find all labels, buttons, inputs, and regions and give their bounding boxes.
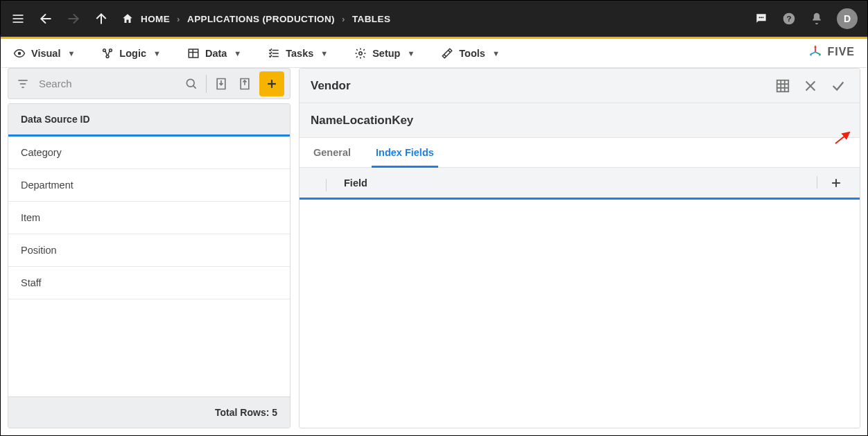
menu-tools[interactable]: Tools▼: [441, 47, 499, 60]
help-icon[interactable]: ?: [781, 11, 797, 26]
breadcrumb-applications[interactable]: APPLICATIONS (PRODUCTION): [187, 14, 335, 24]
menu-label: Logic: [119, 48, 146, 59]
export-icon[interactable]: [236, 75, 254, 93]
panel-header-key: NameLocationKey: [300, 103, 860, 138]
list-item[interactable]: Position: [8, 234, 290, 267]
svg-point-13: [110, 49, 112, 51]
svg-rect-34: [777, 80, 789, 91]
list-body: Category Department Item Position Staff: [8, 137, 290, 396]
svg-point-7: [761, 17, 762, 18]
panel-title: Vendor: [311, 79, 765, 93]
svg-point-8: [763, 17, 764, 18]
svg-marker-22: [815, 45, 817, 48]
tab-index-fields[interactable]: Index Fields: [373, 138, 437, 167]
search-input[interactable]: [37, 77, 177, 90]
menu-logic[interactable]: Logic▼: [101, 47, 161, 60]
menu-tasks[interactable]: Tasks▼: [268, 47, 328, 60]
caret-down-icon: ▼: [320, 49, 328, 58]
column-field-label: Field: [313, 177, 826, 189]
app-topbar: HOME › APPLICATIONS (PRODUCTION) › TABLE…: [1, 1, 867, 37]
back-icon[interactable]: [38, 11, 53, 26]
breadcrumb-home[interactable]: HOME: [141, 14, 170, 24]
svg-point-11: [18, 51, 21, 55]
menu-bar: Visual▼ Logic▼ Data▼ Tasks▼ Setup▼ Tools…: [1, 39, 867, 68]
list-item[interactable]: Department: [8, 169, 290, 202]
tab-general[interactable]: General: [311, 138, 354, 167]
svg-point-12: [103, 49, 106, 51]
bell-icon[interactable]: [809, 11, 824, 26]
svg-text:?: ?: [786, 14, 791, 23]
svg-line-29: [193, 85, 196, 88]
menu-label: Visual: [31, 48, 60, 59]
caret-down-icon: ▼: [492, 49, 500, 58]
svg-marker-23: [819, 53, 822, 56]
brand-logo: FIVE: [808, 44, 855, 60]
add-button[interactable]: [259, 71, 284, 96]
field-header: Field: [300, 168, 860, 200]
caret-down-icon: ▼: [234, 49, 241, 58]
menu-label: Setup: [372, 48, 400, 59]
menu-label: Data: [205, 48, 227, 59]
tab-bar: General Index Fields: [300, 138, 860, 168]
list-item[interactable]: Staff: [8, 267, 290, 299]
menu-label: Tools: [459, 48, 485, 59]
menu-data[interactable]: Data▼: [187, 47, 241, 60]
caret-down-icon: ▼: [67, 49, 75, 58]
panel-header-vendor: Vendor: [300, 69, 860, 103]
breadcrumb: HOME › APPLICATIONS (PRODUCTION) › TABLE…: [121, 12, 390, 25]
menu-setup[interactable]: Setup▼: [354, 47, 415, 60]
brand-text: FIVE: [827, 46, 855, 58]
list-item[interactable]: Item: [8, 202, 290, 234]
breadcrumb-tables[interactable]: TABLES: [352, 14, 390, 24]
detail-panel: Vendor NameLocationKey: [299, 68, 860, 428]
search-bar: [8, 68, 290, 99]
import-icon[interactable]: [212, 75, 230, 93]
data-source-list: Data Source ID Category Department Item …: [8, 103, 290, 428]
field-list-empty: [300, 200, 860, 428]
svg-marker-24: [810, 53, 812, 56]
divider: [206, 75, 207, 93]
avatar[interactable]: D: [837, 8, 858, 29]
panel-subtitle: NameLocationKey: [311, 114, 849, 128]
forward-icon: [66, 11, 81, 26]
svg-point-21: [359, 51, 363, 55]
svg-point-14: [106, 55, 109, 58]
caret-down-icon: ▼: [407, 49, 415, 58]
list-header[interactable]: Data Source ID: [8, 104, 290, 137]
svg-point-28: [186, 79, 194, 87]
confirm-icon[interactable]: [828, 76, 849, 96]
list-item[interactable]: Category: [8, 137, 290, 169]
grid-icon[interactable]: [772, 76, 793, 96]
search-icon[interactable]: [182, 75, 200, 93]
filter-icon[interactable]: [14, 75, 32, 93]
chat-icon[interactable]: [754, 11, 769, 26]
chevron-right-icon: ›: [342, 14, 345, 24]
home-icon[interactable]: [121, 12, 134, 25]
caret-down-icon: ▼: [153, 49, 161, 58]
add-field-button[interactable]: [826, 173, 846, 193]
svg-point-6: [759, 17, 761, 18]
menu-icon[interactable]: [10, 11, 26, 26]
chevron-right-icon: ›: [177, 14, 180, 24]
menu-visual[interactable]: Visual▼: [13, 47, 75, 60]
menu-label: Tasks: [286, 48, 313, 59]
close-icon[interactable]: [800, 76, 821, 96]
list-footer: Total Rows: 5: [8, 396, 290, 428]
up-icon[interactable]: [94, 11, 109, 26]
